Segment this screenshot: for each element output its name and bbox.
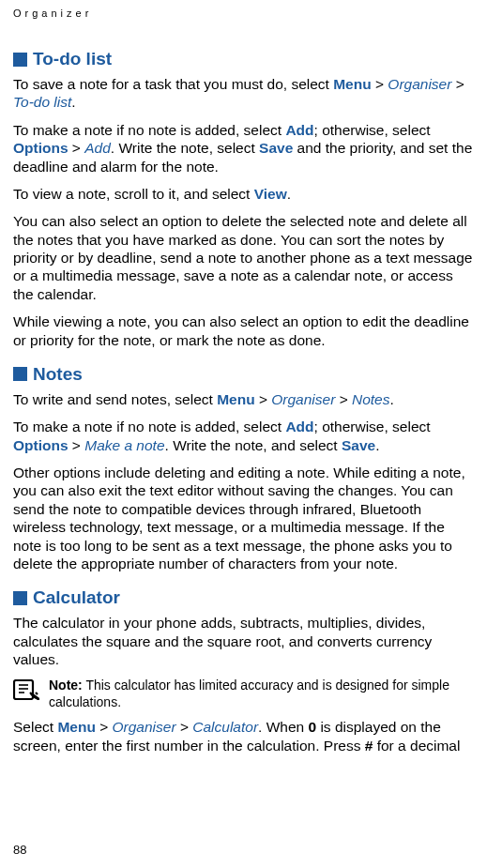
note-text: Note: This calculator has limited accura… [49, 678, 474, 710]
note-icon [13, 679, 39, 704]
add-label: Add [285, 419, 313, 434]
square-bullet-icon [13, 591, 27, 605]
notes-label: Notes [352, 391, 390, 407]
make-note-label: Make a note [84, 437, 164, 453]
menu-label: Menu [57, 719, 95, 735]
options-label: Options [13, 140, 68, 156]
calculator-label: Calculator [192, 719, 258, 735]
zero-key: 0 [308, 719, 316, 735]
calculator-paragraph-2: Select Menu > Organiser > Calculator. Wh… [13, 718, 474, 754]
todo-paragraph-4: You can also select an option to delete … [13, 212, 474, 303]
section-heading-todo: To-do list [13, 49, 474, 69]
todo-paragraph-3: To view a note, scroll to it, and select… [13, 185, 474, 203]
options-label: Options [13, 437, 68, 453]
save-label: Save [342, 437, 375, 453]
section-title: Notes [33, 364, 83, 385]
organiser-label: Organiser [113, 719, 176, 735]
svg-rect-0 [14, 680, 33, 699]
section-heading-calculator: Calculator [13, 587, 474, 608]
view-label: View [254, 186, 287, 202]
square-bullet-icon [13, 367, 27, 381]
add-label: Add [285, 122, 313, 138]
square-bullet-icon [13, 53, 27, 67]
todo-paragraph-1: To save a note for a task that you must … [13, 75, 474, 112]
page-number: 88 [13, 843, 26, 857]
save-label: Save [259, 140, 293, 156]
menu-label: Menu [333, 76, 371, 92]
todo-paragraph-5: While viewing a note, you can also selec… [13, 312, 474, 349]
todo-paragraph-2: To make a note if no note is added, sele… [13, 121, 474, 175]
organiser-label: Organiser [388, 76, 451, 92]
note-label: Note: [49, 678, 83, 693]
notes-paragraph-3: Other options include deleting and editi… [13, 464, 474, 572]
notes-paragraph-2: To make a note if no note is added, sele… [13, 418, 474, 454]
menu-label: Menu [217, 391, 254, 407]
section-title: Calculator [33, 587, 120, 608]
section-title: To-do list [33, 49, 112, 69]
page-header: Organizer [13, 8, 474, 19]
add-italic-label: Add [84, 140, 111, 156]
notes-paragraph-1: To write and send notes, select Menu > O… [13, 390, 474, 408]
todolist-label: To-do list [13, 94, 71, 110]
calculator-paragraph-1: The calculator in your phone adds, subtr… [13, 614, 474, 668]
section-heading-notes: Notes [13, 364, 474, 385]
organiser-label: Organiser [271, 391, 335, 407]
note-callout: Note: This calculator has limited accura… [13, 678, 474, 710]
